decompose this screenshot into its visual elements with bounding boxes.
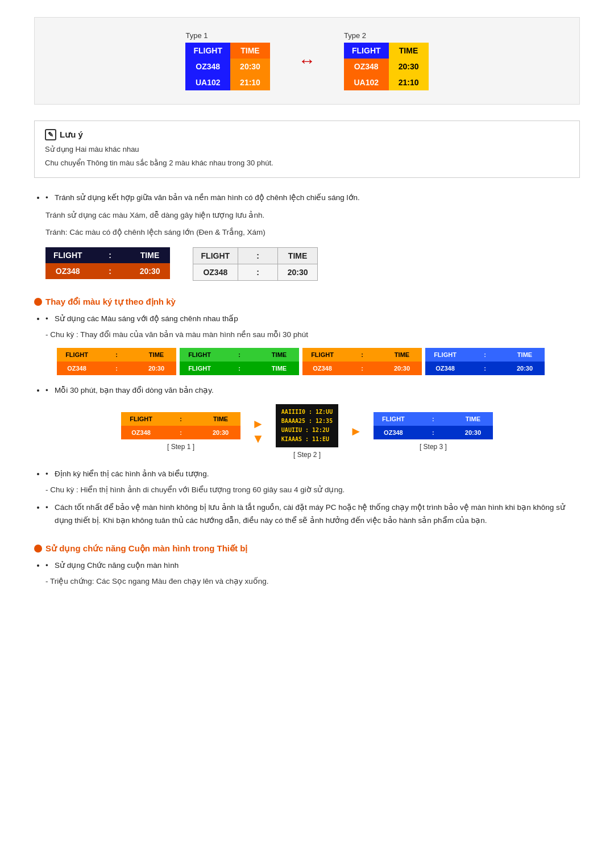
light-header-time: TIME	[278, 248, 318, 264]
step1-r-time: 20:30	[201, 426, 240, 439]
type1-header-time: TIME	[230, 43, 270, 59]
step3-r-colon: :	[413, 426, 453, 439]
note-box-title: ✎ Lưu ý	[45, 129, 569, 140]
cycle2-h-time: TIME	[259, 348, 299, 362]
type1-label: Type 1	[185, 31, 270, 40]
cycle1-r-colon: :	[97, 362, 136, 375]
cycle2-r-flight: FLIGHT	[180, 362, 219, 375]
type2-row2-time: 21:10	[389, 74, 429, 90]
step1-block: FLIGHT : TIME OZ348 : 20:30 [ Step 1 ]	[121, 412, 240, 451]
section2-title: Thay đổi màu ký tự theo định kỳ	[34, 297, 580, 307]
dark-header-time: TIME	[130, 247, 170, 263]
cycle1-h-flight: FLIGHT	[57, 348, 97, 362]
comparison-arrow: ↔	[298, 51, 316, 70]
step1-label: [ Step 1 ]	[167, 443, 194, 451]
dark-row-time: 20:30	[130, 263, 170, 279]
step1-r-flight: OZ348	[121, 426, 161, 439]
cycle3-h-time: TIME	[382, 348, 422, 362]
dark-display-example: FLIGHT : TIME OZ348 : 20:30	[45, 247, 170, 279]
cycle-box-2: FLIGHT : TIME FLIGHT : TIME	[180, 348, 299, 375]
contrast-bullets: Tránh sử dụng kết hợp giữa văn bản và nề…	[34, 192, 580, 204]
type1-row1-time: 20:30	[230, 59, 270, 74]
light-header-flight: FLIGHT	[193, 248, 238, 264]
dark-row-flight: OZ348	[45, 263, 90, 279]
cycle1-h-time: TIME	[136, 348, 176, 362]
type2-row1-time: 20:30	[389, 59, 429, 74]
cycle4-h-time: TIME	[505, 348, 545, 362]
step3-block: FLIGHT : TIME OZ348 : 20:30 [ Step 3 ]	[374, 412, 493, 451]
cycle2-h-colon: :	[219, 348, 259, 362]
type2-label: Type 2	[344, 31, 429, 40]
note-icon: ✎	[45, 129, 56, 140]
bullet-30min: Mỗi 30 phút, bạn thay đổi dòng văn bản c…	[34, 384, 580, 397]
image-cycle-desc: - Chu kỳ : Hiển thị hình ảnh di chuyển v…	[45, 484, 580, 496]
step-arrow-2: ►	[350, 424, 362, 439]
type1-header-flight: FLIGHT	[185, 43, 230, 59]
bullet-best-practice: Cách tốt nhất để bảo vệ màn hình không b…	[45, 501, 580, 528]
dark-header-flight: FLIGHT	[45, 247, 90, 263]
step1-h-time: TIME	[201, 412, 240, 426]
scroll-bullets: Sử dụng Chức năng cuộn màn hình	[34, 559, 580, 572]
sub-text-avoid: Tránh: Các màu có độ chênh lệch sáng lớn…	[45, 226, 580, 239]
cycle-box-1: FLIGHT : TIME OZ348 : 20:30	[57, 348, 176, 375]
section-scroll: Sử dụng chức năng Cuộn màn hình trong Th…	[34, 543, 580, 587]
dark-header-colon: :	[90, 247, 130, 263]
cycle4-h-flight: FLIGHT	[425, 348, 465, 362]
cycle-box-4: FLIGHT : TIME OZ348 : 20:30	[425, 348, 545, 375]
type2-row2-flight: UA102	[344, 74, 389, 90]
cycle-desc: - Chu kỳ : Thay đổi màu của văn bản và m…	[45, 329, 580, 341]
bullet-contrast-1: Tránh sử dụng kết hợp giữa văn bản và nề…	[45, 192, 580, 204]
section3-title-text: Sử dụng chức năng Cuộn màn hình trong Th…	[45, 543, 247, 554]
cycle4-r-time: 20:30	[505, 362, 545, 375]
type2-block: Type 2 FLIGHT TIME OZ348 20:30 UA102 21:…	[344, 31, 429, 90]
step1-h-flight: FLIGHT	[121, 412, 161, 426]
scramble-line4: KIAAAS : 11:EU	[281, 435, 333, 444]
periodic-bullets: Sử dụng các Màu sáng với độ sáng chênh n…	[34, 313, 580, 325]
type1-table: FLIGHT TIME OZ348 20:30 UA102 21:10	[185, 43, 270, 90]
scramble-line1: AAIIII0 : 1Z:UU	[281, 408, 333, 417]
best-practice-bullets: Cách tốt nhất để bảo vệ màn hình không b…	[34, 501, 580, 528]
type2-header-time: TIME	[389, 43, 429, 59]
type2-table: FLIGHT TIME OZ348 20:30 UA102 21:10	[344, 43, 429, 90]
note-line1: Sử dụng Hai màu khác nhau	[45, 144, 569, 156]
cycle3-r-time: 20:30	[382, 362, 422, 375]
section-contrast: Tránh sử dụng kết hợp giữa văn bản và nề…	[34, 192, 580, 281]
cycle2-r-time: TIME	[259, 362, 299, 375]
scramble-line2: BAAAA25 : 12:35	[281, 417, 333, 426]
step2-block: AAIIII0 : 1Z:UU BAAAA25 : 12:35 UAUIIU :…	[276, 404, 338, 459]
sub-text-gray: Tránh sử dụng các màu Xám, dễ dàng gây h…	[45, 209, 580, 222]
orange-dot-2	[34, 545, 42, 553]
type1-row2-time: 21:10	[230, 74, 270, 90]
type1-row1-flight: OZ348	[185, 59, 230, 74]
cycle-box-3: FLIGHT : TIME OZ348 : 20:30	[302, 348, 422, 375]
step3-h-time: TIME	[453, 412, 493, 426]
step3-r-time: 20:30	[453, 426, 493, 439]
section3-title: Sử dụng chức năng Cuộn màn hình trong Th…	[34, 543, 580, 554]
light-row-time: 20:30	[278, 264, 318, 281]
step1-table: FLIGHT : TIME OZ348 : 20:30	[121, 412, 240, 439]
bullet-periodic-image: Định kỳ hiển thị các hình ảnh và biểu tư…	[45, 468, 580, 480]
cycle1-r-time: 20:30	[136, 362, 176, 375]
cycle3-r-colon: :	[342, 362, 382, 375]
light-display-example: FLIGHT : TIME OZ348 : 20:30	[193, 247, 318, 281]
type2-row1-flight: OZ348	[344, 59, 389, 74]
dark-row-colon: :	[90, 263, 130, 279]
step3-table: FLIGHT : TIME OZ348 : 20:30	[374, 412, 493, 439]
step2-label: [ Step 2 ]	[293, 451, 321, 459]
scroll-symptom: - Triệu chứng: Các Sọc ngang Màu đen chạ…	[45, 575, 580, 588]
section2-title-text: Thay đổi màu ký tự theo định kỳ	[45, 297, 176, 307]
light-row-flight: OZ348	[193, 264, 238, 281]
light-header-colon: :	[238, 248, 278, 264]
scroll-bullet-1: Sử dụng Chức năng cuộn màn hình	[45, 559, 580, 572]
scramble-line3: UAUIIU : 12:2U	[281, 426, 333, 435]
step3-r-flight: OZ348	[374, 426, 413, 439]
cycle2-h-flight: FLIGHT	[180, 348, 219, 362]
type2-header-flight: FLIGHT	[344, 43, 389, 59]
section-periodic-color: Thay đổi màu ký tự theo định kỳ Sử dụng …	[34, 297, 580, 528]
type1-block: Type 1 FLIGHT TIME OZ348 20:30 UA102 21:…	[185, 31, 270, 90]
cycle1-r-flight: OZ348	[57, 362, 97, 375]
step1-h-colon: :	[161, 412, 201, 426]
cycle4-r-flight: OZ348	[425, 362, 465, 375]
bullet-30min-text: Mỗi 30 phút, bạn thay đổi dòng văn bản c…	[45, 384, 580, 397]
cycle2-r-colon: :	[219, 362, 259, 375]
